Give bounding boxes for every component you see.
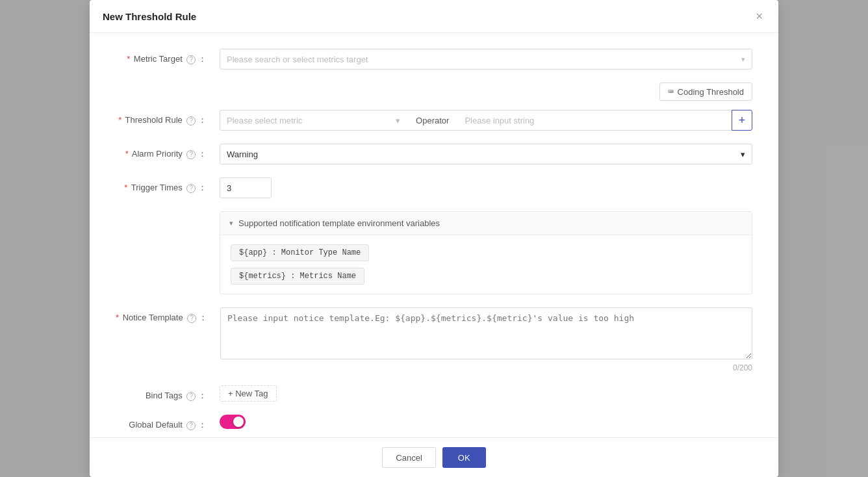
alarm-priority-value: Warning — [227, 149, 258, 159]
env-vars-body: ${app} : Monitor Type Name ${metrics} : … — [220, 235, 752, 294]
new-threshold-rule-dialog: New Threshold Rule × * Metric Target ? ：… — [90, 0, 778, 477]
global-default-help-icon: ? — [186, 421, 196, 430]
global-default-thumb — [233, 417, 244, 427]
coding-threshold-code-icon: ⌨ — [668, 86, 673, 97]
dialog-body: * Metric Target ? ： Please search or sel… — [90, 33, 778, 437]
threshold-rule-control: Please select metric ▾ Operator Please i… — [220, 110, 752, 131]
metric-select[interactable]: Please select metric ▾ — [220, 110, 407, 131]
metric-target-control: Please search or select metrics target ▾ — [220, 49, 752, 70]
threshold-rule-row: * Threshold Rule ? ： Please select metri… — [116, 110, 752, 131]
global-default-control — [220, 415, 752, 431]
cancel-button[interactable]: Cancel — [382, 447, 435, 468]
new-tag-button[interactable]: + New Tag — [220, 385, 277, 402]
char-count: 0/200 — [220, 363, 752, 372]
string-input-placeholder: Please input string — [465, 116, 534, 125]
alarm-priority-control: Warning ▾ — [220, 144, 752, 164]
metric-select-chevron-icon: ▾ — [396, 116, 400, 125]
notice-template-label: * Notice Template ? ： — [116, 307, 220, 324]
dialog-title: New Threshold Rule — [103, 11, 196, 22]
metric-target-chevron-icon: ▾ — [741, 55, 745, 64]
trigger-times-input[interactable] — [220, 177, 272, 198]
close-button[interactable]: × — [753, 9, 765, 23]
alarm-priority-row: * Alarm Priority ? ： Warning ▾ — [116, 144, 752, 164]
notice-template-textarea[interactable] — [220, 307, 752, 359]
notice-template-row: * Notice Template ? ： 0/200 — [116, 307, 752, 372]
add-rule-button[interactable]: + — [732, 110, 752, 131]
env-tag-metrics: ${metrics} : Metrics Name — [231, 268, 741, 285]
env-tag-app-text: ${app} : Monitor Type Name — [231, 244, 369, 261]
metric-select-placeholder: Please select metric — [227, 116, 302, 125]
trigger-times-control — [220, 177, 752, 198]
global-default-track — [220, 415, 246, 429]
bind-tags-label: Bind Tags ? ： — [116, 385, 220, 402]
alarm-priority-label: * Alarm Priority ? ： — [116, 144, 220, 160]
notice-template-help-icon: ? — [187, 314, 196, 323]
metric-target-placeholder: Please search or select metrics target — [227, 55, 368, 64]
bind-tags-help-icon: ? — [186, 392, 196, 401]
metric-target-help-icon: ? — [186, 55, 196, 64]
env-vars-header[interactable]: ▾ Supported notification template enviro… — [220, 212, 752, 235]
metric-target-label: * Metric Target ? ： — [116, 49, 220, 65]
threshold-rule-label: * Threshold Rule ? ： — [116, 110, 220, 126]
threshold-rule-help-icon: ? — [186, 116, 196, 125]
string-input[interactable]: Please input string — [458, 110, 732, 131]
coding-threshold-button[interactable]: ⌨ Coding Threshold — [659, 83, 752, 101]
env-tag-app: ${app} : Monitor Type Name — [231, 244, 741, 261]
bind-tags-row: Bind Tags ? ： + New Tag — [116, 385, 752, 402]
coding-threshold-row: ⌨ Coding Threshold — [116, 83, 752, 106]
ok-button[interactable]: OK — [442, 447, 486, 468]
notice-template-control: 0/200 — [220, 307, 752, 372]
env-vars-panel-control: ▾ Supported notification template enviro… — [220, 211, 752, 294]
env-tag-metrics-text: ${metrics} : Metrics Name — [231, 268, 364, 285]
dialog-footer: Cancel OK — [90, 437, 778, 477]
alarm-priority-select[interactable]: Warning ▾ — [220, 144, 752, 164]
env-vars-row: ▾ Supported notification template enviro… — [116, 211, 752, 294]
global-default-row: Global Default ? ： — [116, 415, 752, 431]
global-default-label: Global Default ? ： — [116, 415, 220, 431]
global-default-toggle[interactable] — [220, 415, 246, 429]
operator-label: Operator — [407, 110, 458, 131]
alarm-priority-help-icon: ? — [186, 150, 196, 159]
alarm-priority-chevron-icon: ▾ — [741, 149, 745, 159]
trigger-times-row: * Trigger Times ? ： — [116, 177, 752, 198]
trigger-times-help-icon: ? — [186, 184, 196, 193]
bind-tags-control: + New Tag — [220, 385, 752, 402]
threshold-rule-inputs: Please select metric ▾ Operator Please i… — [220, 110, 752, 131]
dialog-header: New Threshold Rule × — [90, 0, 778, 33]
env-vars-header-text: Supported notification template environm… — [238, 218, 440, 228]
metric-target-select[interactable]: Please search or select metrics target ▾ — [220, 49, 752, 70]
trigger-times-label: * Trigger Times ? ： — [116, 177, 220, 194]
env-vars-chevron-icon: ▾ — [229, 219, 233, 227]
metric-target-row: * Metric Target ? ： Please search or sel… — [116, 49, 752, 70]
env-vars-panel: ▾ Supported notification template enviro… — [220, 211, 752, 294]
